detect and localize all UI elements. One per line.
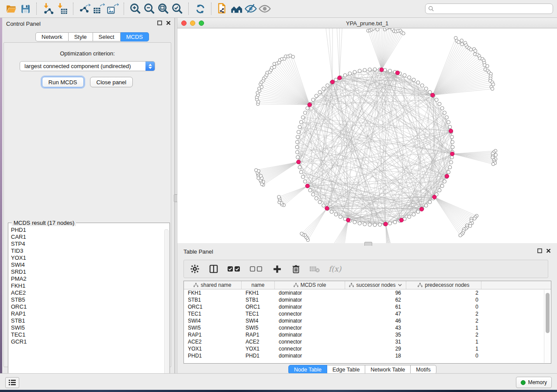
tab-select[interactable]: Select xyxy=(93,32,121,41)
close-icon[interactable] xyxy=(546,248,551,253)
table-row[interactable]: ORC1ORC1dominator610 xyxy=(184,303,551,310)
table-header-row[interactable]: shared namenameMCDS rolesuccessor nodesp… xyxy=(184,281,551,289)
network-window-titlebar[interactable]: YPA_prune.txt_1 xyxy=(177,18,557,28)
table-cell: SWI5 xyxy=(184,325,242,331)
export-image-icon[interactable] xyxy=(106,2,120,16)
table-row[interactable]: STB1STB1dominator620 xyxy=(184,296,551,303)
tab-mcds[interactable]: MCDS xyxy=(121,32,149,41)
select-stepper-icon[interactable] xyxy=(145,62,155,71)
network-graph[interactable] xyxy=(177,28,557,243)
save-session-icon[interactable] xyxy=(18,2,32,16)
table-scrollbar-thumb[interactable] xyxy=(546,293,550,333)
mcds-result-item[interactable]: GCR1 xyxy=(11,338,163,345)
mcds-result-item[interactable]: STB5 xyxy=(11,296,163,303)
destroy-table-icon xyxy=(309,263,320,275)
table-cell: RAP1 xyxy=(242,332,275,338)
node-table[interactable]: shared namenameMCDS rolesuccessor nodesp… xyxy=(183,281,551,364)
search-input[interactable] xyxy=(425,3,553,14)
table-row[interactable]: ACE2ACE2connector311 xyxy=(184,338,551,345)
show-graphics-details-icon[interactable] xyxy=(258,2,272,16)
table-cell: connector xyxy=(275,346,345,352)
refresh-layout-icon[interactable] xyxy=(193,2,207,16)
network-overview-icon[interactable] xyxy=(230,2,244,16)
column-header-MCDS-role[interactable]: MCDS role xyxy=(275,281,345,289)
attributes-gear-icon[interactable] xyxy=(189,263,201,275)
mcds-result-item[interactable]: CAR1 xyxy=(11,234,163,241)
mcds-result-item[interactable]: SWI5 xyxy=(11,324,163,331)
mcds-list-scrollbar[interactable] xyxy=(164,229,169,382)
zoom-out-icon[interactable] xyxy=(142,2,156,16)
table-body[interactable]: FKH1FKH1dominator962STB1STB1dominator620… xyxy=(184,289,551,359)
close-icon[interactable] xyxy=(166,21,171,25)
tab-motifs[interactable]: Motifs xyxy=(411,365,436,374)
mcds-result-item[interactable]: ORC1 xyxy=(11,303,163,310)
mcds-result-list[interactable]: PHD1CAR1STP4TID3YOX1SWI4SRD1PMA2FKH1ACE2… xyxy=(11,227,163,382)
mcds-result-item[interactable]: TEC1 xyxy=(11,331,163,338)
mcds-result-item[interactable]: RAP1 xyxy=(11,310,163,317)
criterion-select[interactable]: largest connected component (undirected) xyxy=(20,61,155,71)
import-network-icon[interactable] xyxy=(41,2,55,16)
import-table-icon[interactable] xyxy=(55,2,69,16)
column-header-successor-nodes[interactable]: successor nodes xyxy=(345,281,406,289)
mcds-result-item[interactable]: SRD1 xyxy=(11,268,163,275)
zoom-in-icon[interactable] xyxy=(128,2,142,16)
control-panel: Control Panel NetworkStyleSelectMCDS Opt… xyxy=(2,18,175,373)
column-header-name[interactable]: name xyxy=(242,281,275,289)
float-icon[interactable] xyxy=(537,248,542,253)
table-row[interactable]: SWI5SWI5connector431 xyxy=(184,324,551,331)
table-cell: 62 xyxy=(345,297,406,303)
memory-button[interactable]: Memory xyxy=(516,377,552,388)
table-row[interactable]: YOX1YOX1connector291 xyxy=(184,345,551,352)
float-icon[interactable] xyxy=(157,21,162,25)
table-row[interactable]: SWI4SWI4dominator462 xyxy=(184,317,551,324)
tab-network[interactable]: Network xyxy=(35,32,69,41)
memory-status-icon xyxy=(521,380,526,385)
run-mcds-button[interactable]: Run MCDS xyxy=(42,77,84,87)
task-history-button[interactable] xyxy=(5,377,19,388)
table-row[interactable]: RAP1RAP1dominator352 xyxy=(184,331,551,338)
mcds-result-item[interactable]: SWI4 xyxy=(11,261,163,268)
select-all-icon[interactable] xyxy=(227,263,242,275)
zoom-selected-icon[interactable] xyxy=(170,2,184,16)
table-cell: 61 xyxy=(345,304,406,310)
mcds-result-item[interactable]: PHD1 xyxy=(11,227,163,234)
tab-node-table[interactable]: Node Table xyxy=(288,365,327,374)
mcds-result-item[interactable]: STP4 xyxy=(11,241,163,248)
criterion-selected-value: largest connected component (undirected) xyxy=(24,63,131,69)
table-row[interactable]: TEC1TEC1connector472 xyxy=(184,310,551,317)
table-panel-title: Table Panel xyxy=(183,248,213,255)
close-panel-button[interactable]: Close panel xyxy=(90,77,133,87)
zoom-fit-icon[interactable] xyxy=(156,2,170,16)
deselect-all-icon[interactable] xyxy=(249,263,264,275)
mcds-result-item[interactable]: FKH1 xyxy=(11,282,163,289)
open-file-icon[interactable] xyxy=(4,2,18,16)
column-header-shared-name[interactable]: shared name xyxy=(184,281,242,289)
export-table-icon[interactable] xyxy=(92,2,106,16)
table-cell: 1 xyxy=(406,325,481,331)
tab-style[interactable]: Style xyxy=(69,32,93,41)
split-panel-icon[interactable] xyxy=(208,263,219,275)
mcds-result-item[interactable]: ACE2 xyxy=(11,289,163,296)
toolbar-separator xyxy=(124,3,125,15)
export-network-icon[interactable] xyxy=(78,2,92,16)
tab-network-table[interactable]: Network Table xyxy=(365,365,411,374)
table-row[interactable]: FKH1FKH1dominator962 xyxy=(184,289,551,296)
clone-network-icon[interactable] xyxy=(216,2,230,16)
mcds-result-item[interactable]: STB1 xyxy=(11,317,163,324)
add-column-icon[interactable] xyxy=(271,263,283,275)
delete-column-icon[interactable] xyxy=(290,263,301,275)
network-canvas[interactable] xyxy=(177,28,557,243)
sort-desc-icon xyxy=(398,284,402,286)
optimization-criterion-label: Optimization criterion: xyxy=(4,50,171,57)
mcds-result-item[interactable]: TID3 xyxy=(11,248,163,254)
table-cell: connector xyxy=(275,325,345,331)
table-row[interactable]: PHD1PHD1dominator180 xyxy=(184,352,551,359)
control-panel-titlebar: Control Panel xyxy=(2,18,174,29)
column-header-predecessor-nodes[interactable]: predecessor nodes xyxy=(406,281,481,289)
table-cell: 2 xyxy=(406,311,481,317)
table-cell: 47 xyxy=(345,311,406,317)
mcds-result-item[interactable]: PMA2 xyxy=(11,275,163,282)
tab-edge-table[interactable]: Edge Table xyxy=(327,365,365,374)
mcds-result-item[interactable]: YOX1 xyxy=(11,254,163,261)
hide-graphics-details-icon[interactable] xyxy=(244,2,258,16)
